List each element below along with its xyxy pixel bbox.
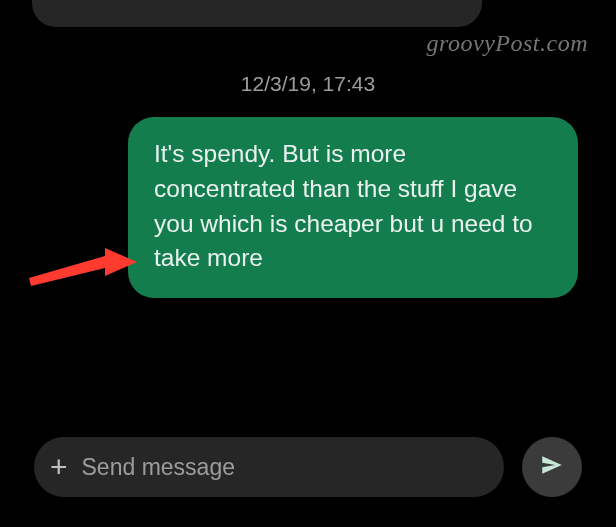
annotation-arrow-icon bbox=[29, 248, 137, 290]
outgoing-message-bubble[interactable]: It's spendy. But is more concentrated th… bbox=[128, 117, 578, 298]
plus-icon[interactable]: + bbox=[50, 452, 68, 482]
previous-incoming-bubble-fragment bbox=[32, 0, 482, 27]
send-icon bbox=[539, 452, 565, 482]
message-input[interactable]: + Send message bbox=[34, 437, 504, 497]
svg-marker-0 bbox=[29, 248, 137, 286]
compose-bar: + Send message bbox=[34, 437, 582, 497]
watermark-text: groovyPost.com bbox=[427, 30, 588, 57]
message-input-placeholder: Send message bbox=[82, 454, 235, 481]
outgoing-message-text: It's spendy. But is more concentrated th… bbox=[154, 140, 533, 271]
conversation-timestamp: 12/3/19, 17:43 bbox=[0, 72, 616, 96]
send-button[interactable] bbox=[522, 437, 582, 497]
